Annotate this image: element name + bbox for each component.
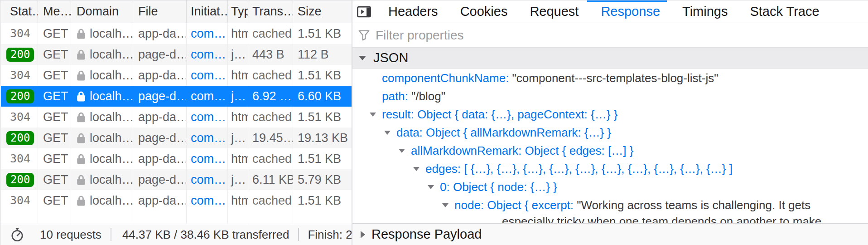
column-header[interactable]: Trans… — [248, 0, 293, 23]
chevron-down-icon[interactable] — [442, 203, 448, 207]
stopwatch-icon[interactable] — [10, 227, 24, 242]
cell-domain: localh… — [71, 23, 133, 44]
object-summary: [ {…}, {…}, {…}, {…}, {…}, {…}, {…}, {…}… — [464, 162, 733, 176]
tree-node-result[interactable]: result: Object { data: {…}, pageContext:… — [352, 105, 868, 123]
tab-label: Response — [601, 4, 660, 19]
status-badge: 200 — [6, 48, 34, 62]
initiator-link[interactable]: com… — [191, 65, 226, 86]
initiator-link[interactable]: com… — [191, 44, 226, 65]
cell-domain: localh… — [71, 169, 133, 190]
cell-size: 5.79 KB — [293, 169, 352, 190]
cell-file: page-d… — [133, 127, 187, 148]
object-summary: Object { data: {…}, pageContext: {…} } — [417, 108, 617, 121]
cell-domain: localh… — [71, 148, 133, 169]
network-request-row[interactable]: 200 GET localh… page-d… com… j… 19.45… 1… — [1, 127, 352, 148]
cell-type: html — [228, 190, 248, 211]
network-request-row[interactable]: 304 GET localh… app-da… com… html cached… — [1, 107, 352, 127]
tab-headers[interactable]: Headers — [388, 0, 438, 23]
initiator-link[interactable]: com… — [191, 169, 226, 190]
chevron-right-icon — [361, 231, 365, 238]
response-payload-label: Response Payload — [371, 227, 482, 242]
network-request-row[interactable]: 304 GET localh… app-da… com… html cached… — [1, 23, 352, 44]
cell-domain: localh… — [71, 65, 133, 86]
column-header[interactable]: Stat… — [1, 0, 38, 23]
tree-node-data[interactable]: data: Object { allMarkdownRemark: {…} } — [352, 123, 868, 142]
split-panel-toggle-icon[interactable] — [357, 6, 371, 18]
cell-file: app-da… — [133, 23, 187, 44]
tab-timings[interactable]: Timings — [682, 0, 728, 23]
cell-method: GET — [38, 86, 71, 107]
object-summary: Object { edges: […] } — [525, 144, 633, 157]
lock-icon — [77, 28, 86, 39]
cell-status: 200 — [1, 127, 38, 148]
cell-method: GET — [38, 107, 71, 127]
cell-type: j… — [228, 127, 248, 148]
column-header[interactable]: Typ — [228, 0, 248, 23]
network-request-row[interactable]: 200 GET localh… page-d… com… j… 443 B 11… — [1, 44, 352, 65]
initiator-link[interactable]: com… — [191, 23, 226, 44]
property-key: edges: — [425, 162, 464, 176]
cell-size: 1.51 KB — [293, 107, 352, 127]
tree-node-path[interactable]: path: "/blog" — [352, 87, 868, 105]
chevron-down-icon[interactable] — [370, 113, 376, 117]
tab-request[interactable]: Request — [530, 0, 579, 23]
cell-file: app-da… — [133, 190, 187, 211]
domain-text: localh… — [90, 65, 133, 86]
status-code: 304 — [10, 148, 30, 169]
network-request-row[interactable]: 304 GET localh… app-da… com… html cached… — [1, 65, 352, 86]
chevron-down-icon — [359, 56, 366, 60]
cell-transferred: cached — [248, 148, 293, 169]
lock-icon — [77, 91, 86, 102]
tree-node-0[interactable]: 0: Object { node: {…} } — [352, 178, 868, 196]
cell-method: GET — [38, 148, 71, 169]
tree-node-node[interactable]: node: Object { excerpt: "Working across … — [352, 196, 868, 223]
tree-node-edges[interactable]: edges: [ {…}, {…}, {…}, {…}, {…}, {…}, {… — [352, 160, 868, 178]
filter-properties-input[interactable] — [376, 28, 647, 43]
cell-transferred: 443 B — [248, 44, 293, 65]
lock-icon — [77, 70, 86, 81]
tab-label: Cookies — [460, 4, 508, 19]
cell-transferred: 19.45… — [248, 127, 293, 148]
status-code: 304 — [10, 65, 30, 86]
network-request-row[interactable]: 304 GET localh… app-da… com… html cached… — [1, 190, 352, 211]
tree-node-allMarkdownRemark[interactable]: allMarkdownRemark: Object { edges: […] } — [352, 142, 868, 160]
tree-node-componentChunkName[interactable]: componentChunkName: "component---src-tem… — [352, 69, 868, 87]
column-header[interactable]: Size — [293, 0, 352, 23]
initiator-link[interactable]: com… — [191, 190, 226, 211]
tab-cookies[interactable]: Cookies — [460, 0, 508, 23]
filter-row — [352, 23, 868, 48]
cell-domain: localh… — [71, 86, 133, 107]
cell-method: GET — [38, 44, 71, 65]
network-request-row[interactable]: 200 GET localh… page-d… com… j… 6.92 … 6… — [1, 86, 352, 107]
json-section-header[interactable]: JSON — [352, 48, 868, 69]
tab-stack-trace[interactable]: Stack Trace — [750, 0, 819, 23]
filter-funnel-icon — [358, 29, 370, 41]
cell-transferred: cached — [248, 65, 293, 86]
initiator-link[interactable]: com… — [191, 107, 226, 127]
network-request-row[interactable]: 200 GET localh… page-d… com… j… 6.11 KB … — [1, 169, 352, 190]
cell-status: 200 — [1, 86, 38, 107]
cell-initiator: com… — [187, 148, 228, 169]
property-key: path: — [382, 89, 411, 103]
tab-response[interactable]: Response — [601, 0, 660, 23]
status-badge: 200 — [6, 173, 34, 187]
network-request-row[interactable]: 304 GET localh… app-da… com… html cached… — [1, 148, 352, 169]
cell-type: j… — [228, 44, 248, 65]
chevron-down-icon[interactable] — [384, 131, 391, 135]
cell-type: html — [228, 148, 248, 169]
cell-size: 1.51 KB — [293, 23, 352, 44]
response-payload-section-header[interactable]: Response Payload — [352, 223, 868, 245]
devtools-network-panel: Stat…Me…DomainFileInitiat…TypTrans…Size … — [0, 0, 868, 245]
column-header[interactable]: File — [133, 0, 187, 23]
property-key: 0: — [440, 180, 453, 194]
initiator-link[interactable]: com… — [191, 86, 226, 107]
chevron-down-icon[interactable] — [428, 185, 434, 189]
initiator-link[interactable]: com… — [191, 127, 226, 148]
column-header[interactable]: Me… — [38, 0, 71, 23]
chevron-down-icon[interactable] — [399, 149, 405, 153]
initiator-link[interactable]: com… — [191, 148, 226, 169]
cell-domain: localh… — [71, 44, 133, 65]
column-header[interactable]: Domain — [71, 0, 133, 23]
chevron-down-icon[interactable] — [413, 167, 420, 171]
column-header[interactable]: Initiat… — [187, 0, 228, 23]
